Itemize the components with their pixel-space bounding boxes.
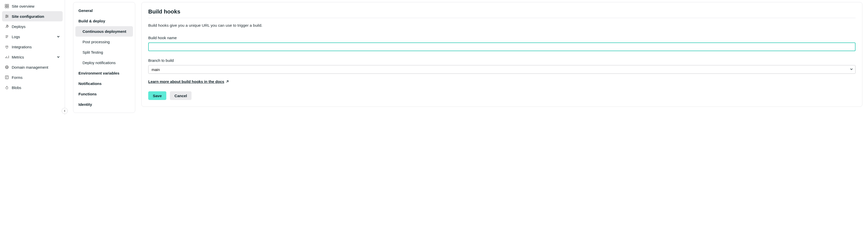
subnav-item-build-deploy[interactable]: Build & deploy xyxy=(75,16,133,26)
panel-description: Build hooks give you a unique URL you ca… xyxy=(148,23,856,28)
sidebar-item-site-overview[interactable]: Site overview xyxy=(2,1,63,11)
sidebar-item-label: Metrics xyxy=(12,55,54,60)
subnav-item-general[interactable]: General xyxy=(75,5,133,16)
svg-rect-3 xyxy=(7,6,9,8)
subnav-item-deploy-notifications[interactable]: Deploy notifications xyxy=(75,58,133,68)
sidebar-item-forms[interactable]: Forms xyxy=(2,72,63,82)
panel-title: Build hooks xyxy=(148,8,856,16)
form-icon xyxy=(5,75,9,79)
subnav-item-environment-variables[interactable]: Environment variables xyxy=(75,68,133,78)
hook-name-input[interactable] xyxy=(148,42,856,51)
subnav-item-continuous-deployment[interactable]: Continuous deployment xyxy=(75,26,133,37)
docs-link-label: Learn more about build hooks in the docs xyxy=(148,79,224,84)
subnav-item-split-testing[interactable]: Split Testing xyxy=(75,47,133,58)
external-link-icon xyxy=(226,80,229,83)
sidebar-item-label: Deploys xyxy=(12,24,60,29)
sidebar-item-metrics[interactable]: Metrics xyxy=(2,52,63,62)
sidebar-item-site-configuration[interactable]: Site configuration xyxy=(2,11,63,21)
svg-line-24 xyxy=(226,80,228,82)
svg-rect-2 xyxy=(5,6,7,8)
globe-icon xyxy=(5,65,9,69)
subnav: General Build & deploy Continuous deploy… xyxy=(73,2,135,113)
hook-name-label: Build hook name xyxy=(148,35,856,40)
cancel-button[interactable]: Cancel xyxy=(170,91,191,100)
sidebar-item-label: Blobs xyxy=(12,85,60,90)
collapse-sidebar-button[interactable] xyxy=(62,108,68,114)
chevron-down-icon xyxy=(57,55,60,59)
branch-select[interactable]: main xyxy=(148,65,856,74)
dashboard-icon xyxy=(5,4,9,8)
build-hooks-panel: Build hooks Build hooks give you a uniqu… xyxy=(142,2,862,107)
sidebar-item-integrations[interactable]: Integrations xyxy=(2,42,63,52)
sidebar-item-label: Domain management xyxy=(12,65,60,70)
plug-icon xyxy=(5,44,9,49)
sidebar-item-label: Integrations xyxy=(12,44,60,49)
svg-rect-0 xyxy=(5,4,7,6)
subnav-item-identity[interactable]: Identity xyxy=(75,99,133,110)
save-button[interactable]: Save xyxy=(148,91,166,100)
sidebar-item-label: Forms xyxy=(12,75,60,80)
chevron-down-icon xyxy=(57,35,60,38)
bar-chart-icon xyxy=(5,55,9,59)
sidebar-item-domain-management[interactable]: Domain management xyxy=(2,62,63,72)
sidebar-item-blobs[interactable]: Blobs xyxy=(2,82,63,93)
svg-rect-21 xyxy=(5,76,8,79)
branch-label: Branch to build xyxy=(148,58,856,63)
list-icon xyxy=(5,34,9,39)
sidebar-item-label: Site configuration xyxy=(12,14,60,19)
sliders-icon xyxy=(5,14,9,19)
sidebar: Site overview Site configuration Deploys xyxy=(0,0,65,115)
subnav-item-functions[interactable]: Functions xyxy=(75,89,133,99)
divider xyxy=(148,18,856,18)
blob-icon xyxy=(5,85,9,90)
sidebar-item-label: Logs xyxy=(12,34,54,39)
svg-point-7 xyxy=(7,16,8,16)
sidebar-item-deploys[interactable]: Deploys xyxy=(2,21,63,32)
rocket-icon xyxy=(5,24,9,29)
sidebar-item-logs[interactable]: Logs xyxy=(2,32,63,42)
subnav-item-notifications[interactable]: Notifications xyxy=(75,78,133,89)
svg-point-10 xyxy=(7,26,8,26)
svg-rect-1 xyxy=(7,4,9,6)
svg-point-9 xyxy=(6,17,6,18)
docs-link[interactable]: Learn more about build hooks in the docs xyxy=(148,79,229,84)
subnav-item-post-processing[interactable]: Post processing xyxy=(75,37,133,47)
svg-point-5 xyxy=(6,15,7,15)
sidebar-item-label: Site overview xyxy=(12,4,60,9)
